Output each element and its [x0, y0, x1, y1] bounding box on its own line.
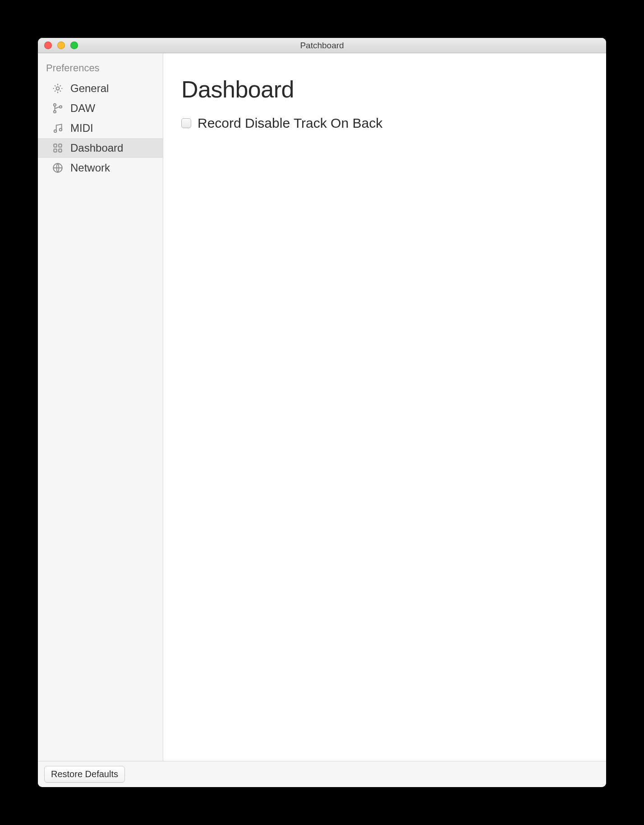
sidebar-item-label: Dashboard — [70, 142, 123, 154]
sidebar-item-label: Network — [70, 162, 110, 174]
sidebar-item-network[interactable]: Network — [38, 158, 163, 178]
sidebar-item-midi[interactable]: MIDI — [38, 118, 163, 138]
svg-rect-9 — [59, 149, 62, 152]
content-pane: Dashboard Record Disable Track On Back — [163, 53, 606, 761]
close-icon[interactable] — [44, 42, 52, 49]
restore-defaults-button[interactable]: Restore Defaults — [44, 766, 125, 783]
music-icon — [51, 122, 64, 134]
svg-rect-8 — [54, 149, 57, 152]
traffic-lights — [38, 42, 78, 49]
sidebar-header: Preferences — [38, 60, 163, 79]
svg-point-4 — [54, 130, 57, 133]
svg-rect-6 — [54, 144, 57, 147]
sidebar-item-dashboard[interactable]: Dashboard — [38, 138, 163, 158]
svg-point-5 — [60, 128, 62, 131]
preferences-window: Patchboard Preferences General DAW — [38, 38, 606, 787]
sidebar-item-general[interactable]: General — [38, 79, 163, 98]
footer: Restore Defaults — [38, 761, 606, 787]
minimize-icon[interactable] — [57, 42, 65, 49]
window-body: Preferences General DAW MIDI — [38, 53, 606, 761]
globe-icon — [51, 162, 64, 174]
gear-icon — [51, 82, 64, 95]
option-record-disable-track-on-back[interactable]: Record Disable Track On Back — [181, 116, 588, 131]
sidebar-item-label: DAW — [70, 102, 95, 115]
svg-point-1 — [54, 104, 56, 106]
sidebar: Preferences General DAW MIDI — [38, 53, 163, 761]
page-title: Dashboard — [181, 76, 588, 103]
svg-rect-7 — [59, 144, 62, 147]
checkbox-icon[interactable] — [181, 118, 191, 128]
sidebar-item-label: General — [70, 82, 109, 95]
svg-point-3 — [60, 106, 62, 108]
svg-point-0 — [56, 87, 60, 90]
option-label: Record Disable Track On Back — [198, 116, 382, 131]
window-title: Patchboard — [38, 41, 606, 51]
titlebar[interactable]: Patchboard — [38, 38, 606, 53]
sidebar-item-label: MIDI — [70, 122, 93, 134]
zoom-icon[interactable] — [70, 42, 78, 49]
sidebar-item-daw[interactable]: DAW — [38, 98, 163, 118]
grid-icon — [51, 142, 64, 154]
branch-icon — [51, 102, 64, 115]
svg-point-2 — [54, 111, 56, 113]
